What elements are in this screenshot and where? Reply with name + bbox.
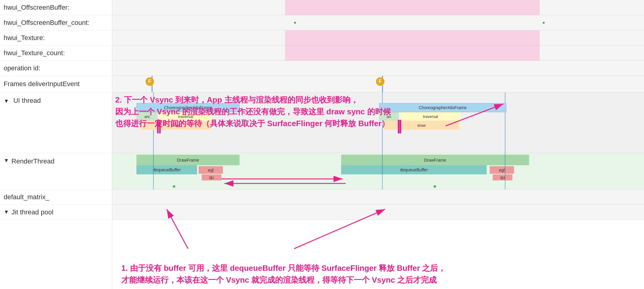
operation-id-label: operation id: — [0, 61, 112, 76]
frame-marker-1: F — [146, 77, 154, 86]
traversal-block-1: traversal — [159, 112, 212, 121]
ui-thread-toggle-icon[interactable]: ▼ — [4, 98, 9, 104]
pink-band-texture-count — [285, 45, 540, 61]
frame-marker-2: F — [376, 77, 384, 86]
main-trace-area: F F 2. 下一个 Vsync 到来时，App 主线程与渲染线程的同步也收到影… — [112, 0, 644, 289]
choreographer-block-1: Choreographer#doFrame — [136, 103, 240, 112]
hwui-offscreen-count-row — [112, 15, 644, 30]
render-thread-row: DrawFrame dequeueBuffer egl qu DrawFrame… — [112, 153, 644, 190]
blue-vline-rt-1 — [153, 153, 154, 190]
hwui-texture-row — [112, 30, 644, 45]
green-dot-render-2 — [434, 185, 436, 188]
annotation-bottom-2: 才能继续运行，本该在这一个 Vsync 就完成的渲染线程，得等待下一个 Vsyn… — [121, 274, 446, 286]
frames-row: F F — [112, 76, 644, 92]
pink-band-offscreen — [285, 0, 540, 15]
bottom-annotation: 1. 由于没有 buffer 可用，这里 dequeueBuffer 只能等待 … — [121, 262, 446, 286]
default-matrix-row — [112, 190, 644, 205]
dequeue-block-1: dequeueBuffer — [136, 165, 197, 174]
hwui-texture-label: hwui_Texture: — [0, 30, 112, 45]
default-matrix-label: default_matrix_ — [0, 190, 112, 205]
blue-vline-rt-2 — [382, 153, 383, 190]
blue-vline-ui-3 — [505, 92, 505, 153]
blue-vline-ui-2 — [382, 92, 383, 153]
hwui-offscreen-count-label: hwui_OffscreenBuffer_count: — [0, 15, 112, 30]
hwui-offscreen-row — [112, 0, 644, 15]
pink-sq-2a — [398, 120, 399, 133]
ui-thread-row: 2. 下一个 Vsync 到来时，App 主线程与渲染线程的同步也收到影响， 因… — [112, 92, 644, 153]
green-dot-1 — [294, 22, 296, 24]
annotation-bottom-1: 1. 由于没有 buffer 可用，这里 dequeueBuffer 只能等待 … — [121, 262, 446, 274]
ui-thread-label: ▼ UI thread — [0, 92, 112, 153]
pink-sq-2b — [400, 120, 401, 133]
qu-block-1: qu — [202, 174, 221, 180]
left-panel: hwui_OffscreenBuffer: hwui_OffscreenBuff… — [0, 0, 112, 289]
jit-thread-row — [112, 205, 644, 220]
pink-sq-1a — [157, 120, 159, 133]
dequeue-block-2: dequeueBuffer — [341, 165, 487, 174]
egl-block-1: egl — [199, 166, 223, 174]
traversal-block-2: traversal — [400, 112, 461, 121]
operation-id-row — [112, 61, 644, 76]
green-dot-2 — [543, 22, 545, 24]
ani-block-1: ani — [136, 112, 158, 121]
jit-thread-toggle-icon[interactable]: ▼ — [4, 209, 9, 215]
hwui-texture-count-row — [112, 45, 644, 61]
render-thread-toggle-icon[interactable]: ▼ — [4, 157, 9, 164]
draw-block-2: draw — [384, 121, 459, 130]
ani-block-2: an — [379, 112, 399, 121]
hwui-offscreen-label: hwui_OffscreenBuffer: — [0, 0, 112, 15]
choreographer-block-2: Choreographer#doFrame — [379, 103, 506, 112]
pink-band-texture — [285, 30, 540, 45]
frames-label: Frames deliverInputEvent — [0, 76, 112, 92]
hwui-texture-count-label: hwui_Texture_count: — [0, 45, 112, 61]
draw-block-1: draw — [141, 121, 211, 130]
drawframe-block-2: DrawFrame — [341, 155, 529, 165]
pink-sq-1b — [159, 120, 161, 133]
qu-block-2: qu — [493, 174, 512, 180]
egl-block-2: egl — [490, 166, 514, 174]
green-dot-render-1 — [173, 185, 175, 188]
render-thread-label: ▼ RenderThread — [0, 153, 112, 190]
jit-thread-label: ▼ Jit thread pool — [0, 205, 112, 220]
blue-vline-rt-3 — [505, 153, 505, 190]
drawframe-block-1: DrawFrame — [136, 155, 240, 165]
